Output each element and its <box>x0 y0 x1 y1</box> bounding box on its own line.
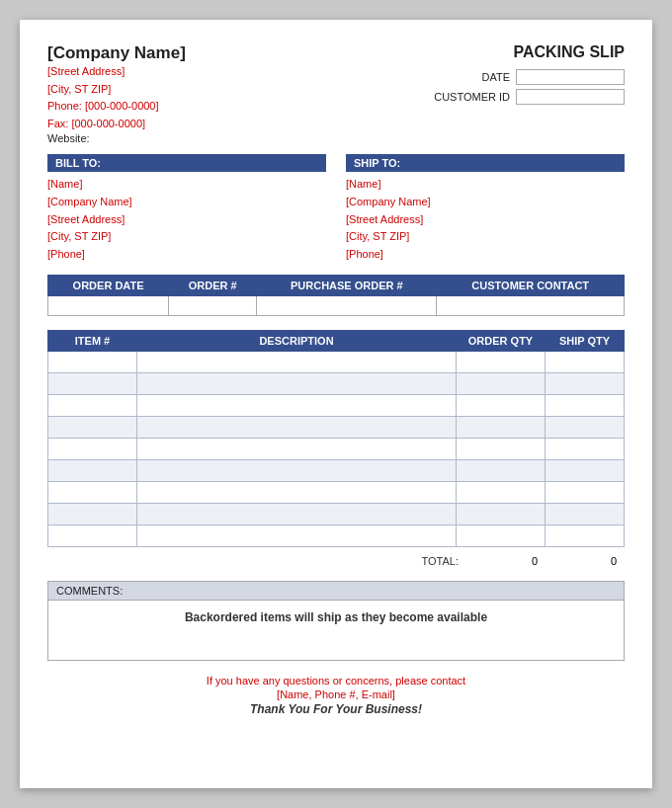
date-input[interactable] <box>516 69 625 85</box>
table-row <box>48 395 625 417</box>
comments-header: COMMENTS: <box>48 582 624 601</box>
total-order-qty: 0 <box>464 553 544 569</box>
ship-to-phone: [Phone] <box>346 246 625 264</box>
description-cell[interactable] <box>137 352 457 373</box>
ship-qty-cell[interactable] <box>546 395 625 417</box>
order-qty-cell[interactable] <box>457 504 546 525</box>
item-num-header: ITEM # <box>48 331 137 352</box>
header: [Company Name] [Street Address] [City, S… <box>47 43 625 144</box>
order-qty-cell[interactable] <box>457 352 546 373</box>
order-qty-cell[interactable] <box>457 482 546 504</box>
company-phone: Phone: [000-000-0000] <box>47 98 186 116</box>
table-row <box>48 417 625 439</box>
order-qty-cell[interactable] <box>457 460 546 482</box>
items-table: ITEM # DESCRIPTION ORDER QTY SHIP QTY <box>47 330 625 547</box>
order-qty-cell[interactable] <box>457 395 546 417</box>
ship-qty-cell[interactable] <box>546 373 625 395</box>
ship-to-company: [Company Name] <box>346 194 625 211</box>
date-label: DATE <box>481 71 510 83</box>
item-num-cell[interactable] <box>48 460 137 482</box>
item-num-cell[interactable] <box>48 373 137 395</box>
order-qty-cell[interactable] <box>457 439 546 460</box>
bill-to-name: [Name] <box>47 176 326 194</box>
ship-to-address: [Street Address] <box>346 211 625 229</box>
table-row <box>48 504 625 525</box>
table-row <box>48 460 625 482</box>
customer-contact-header: CUSTOMER CONTACT <box>437 276 625 296</box>
company-city: [City, ST ZIP] <box>47 81 186 99</box>
table-row <box>48 525 625 547</box>
totals-table: TOTAL: 0 0 <box>416 553 624 569</box>
description-cell[interactable] <box>137 417 457 439</box>
item-num-cell[interactable] <box>48 439 137 460</box>
bill-to-company: [Company Name] <box>47 194 326 211</box>
date-customer-block: DATE CUSTOMER ID <box>434 69 625 105</box>
totals-row: TOTAL: 0 0 <box>47 553 625 569</box>
description-cell[interactable] <box>137 373 457 395</box>
ship-qty-cell[interactable] <box>546 352 625 373</box>
description-cell[interactable] <box>137 504 457 525</box>
customer-contact-cell[interactable] <box>437 296 625 316</box>
customer-id-row: CUSTOMER ID <box>434 89 625 105</box>
comments-section: COMMENTS: Backordered items will ship as… <box>47 581 625 661</box>
order-row <box>48 296 625 316</box>
address-section: BILL TO: [Name] [Company Name] [Street A… <box>47 154 625 263</box>
comments-body: Backordered items will ship as they beco… <box>48 601 624 660</box>
item-num-cell[interactable] <box>48 417 137 439</box>
table-row <box>48 373 625 395</box>
company-address: [Street Address] <box>47 63 186 81</box>
item-num-cell[interactable] <box>48 525 137 547</box>
table-row <box>48 352 625 373</box>
item-num-cell[interactable] <box>48 395 137 417</box>
bill-to-header: BILL TO: <box>47 154 326 172</box>
description-cell[interactable] <box>137 395 457 417</box>
packing-slip-block: PACKING SLIP DATE CUSTOMER ID <box>434 43 625 105</box>
bill-to-address: [Street Address] <box>47 211 326 229</box>
order-qty-header: ORDER QTY <box>457 331 546 352</box>
order-date-cell[interactable] <box>48 296 169 316</box>
company-fax: Fax: [000-000-0000] <box>47 116 186 133</box>
ship-to-city: [City, ST ZIP] <box>346 228 625 246</box>
description-cell[interactable] <box>137 482 457 504</box>
footer-name: [Name, Phone #, E-mail] <box>47 688 625 700</box>
ship-qty-cell[interactable] <box>546 439 625 460</box>
customer-id-input[interactable] <box>516 89 625 105</box>
item-num-cell[interactable] <box>48 482 137 504</box>
order-qty-cell[interactable] <box>457 525 546 547</box>
description-cell[interactable] <box>137 460 457 482</box>
order-num-cell[interactable] <box>169 296 257 316</box>
description-cell[interactable] <box>137 525 457 547</box>
order-qty-cell[interactable] <box>457 373 546 395</box>
footer: If you have any questions or concerns, p… <box>47 675 625 716</box>
packing-slip-title: PACKING SLIP <box>434 43 625 61</box>
ship-qty-cell[interactable] <box>546 525 625 547</box>
footer-contact: If you have any questions or concerns, p… <box>47 675 625 687</box>
ship-to-name: [Name] <box>346 176 625 194</box>
bill-to-city: [City, ST ZIP] <box>47 228 326 246</box>
ship-qty-cell[interactable] <box>546 482 625 504</box>
order-num-header: ORDER # <box>169 276 257 296</box>
order-qty-cell[interactable] <box>457 417 546 439</box>
ship-qty-cell[interactable] <box>546 460 625 482</box>
total-label: TOTAL: <box>416 553 465 569</box>
item-num-cell[interactable] <box>48 352 137 373</box>
item-num-cell[interactable] <box>48 504 137 525</box>
packing-slip-page: [Company Name] [Street Address] [City, S… <box>20 20 652 788</box>
ship-qty-cell[interactable] <box>546 504 625 525</box>
ship-to-block: SHIP TO: [Name] [Company Name] [Street A… <box>346 154 625 263</box>
total-ship-qty: 0 <box>544 553 623 569</box>
customer-id-label: CUSTOMER ID <box>434 91 510 103</box>
description-cell[interactable] <box>137 439 457 460</box>
bill-to-block: BILL TO: [Name] [Company Name] [Street A… <box>47 154 326 263</box>
purchase-order-header: PURCHASE ORDER # <box>257 276 437 296</box>
ship-qty-header: SHIP QTY <box>546 331 625 352</box>
bill-to-phone: [Phone] <box>47 246 326 264</box>
order-table: ORDER DATE ORDER # PURCHASE ORDER # CUST… <box>47 275 625 316</box>
purchase-order-cell[interactable] <box>257 296 437 316</box>
ship-qty-cell[interactable] <box>546 417 625 439</box>
company-website: Website: <box>47 132 186 144</box>
order-date-header: ORDER DATE <box>48 276 169 296</box>
company-name: [Company Name] <box>47 43 186 63</box>
description-header: DESCRIPTION <box>137 331 457 352</box>
table-row <box>48 439 625 460</box>
